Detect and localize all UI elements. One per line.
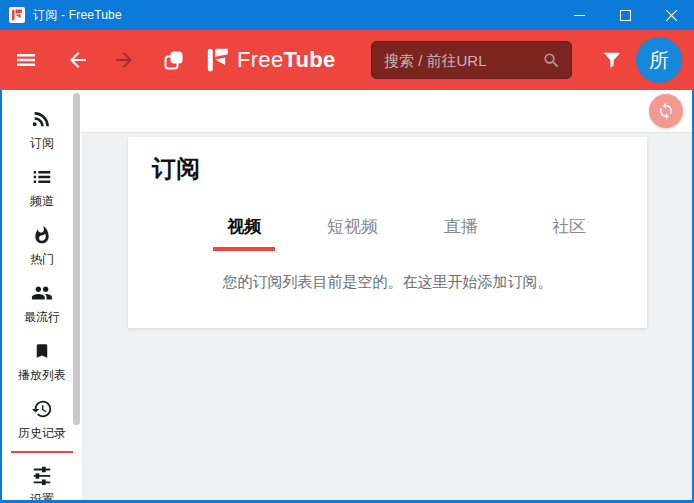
freetube-logo-icon	[204, 47, 230, 73]
page-title: 订阅	[152, 153, 623, 185]
sidebar: 订阅 频道 热门 最流行	[2, 90, 82, 500]
users-icon	[30, 282, 54, 304]
subscription-tabs: 视频 短视频 直播 社区	[152, 215, 623, 251]
freetube-logo-text: FreeTube	[237, 47, 336, 73]
sidebar-item-label: 频道	[30, 195, 54, 208]
close-icon	[666, 10, 677, 21]
filter-funnel-icon	[601, 49, 623, 71]
forward-button[interactable]	[104, 40, 144, 80]
freetube-window: 订阅 - FreeTube	[0, 0, 694, 503]
freetube-app-icon	[9, 7, 25, 23]
channels-list-icon	[31, 166, 53, 188]
tab-live[interactable]: 直播	[407, 215, 515, 251]
sidebar-item-label: 订阅	[30, 137, 54, 150]
search-box[interactable]	[371, 41, 572, 79]
sidebar-item-label: 设置	[30, 493, 54, 500]
tab-videos[interactable]: 视频	[190, 215, 298, 251]
rss-icon	[31, 108, 53, 130]
search-filter-button[interactable]	[596, 44, 628, 76]
titlebar: 订阅 - FreeTube	[0, 0, 694, 30]
search-icon[interactable]	[542, 51, 561, 70]
history-icon	[31, 398, 53, 420]
sidebar-item-settings[interactable]: 设置	[2, 456, 82, 500]
freetube-logo[interactable]: FreeTube	[204, 47, 336, 73]
window-body: 订阅 频道 热门 最流行	[0, 90, 694, 503]
fire-icon	[32, 224, 52, 246]
app-header: FreeTube 所	[0, 30, 694, 90]
sidebar-item-label: 播放列表	[18, 369, 66, 382]
back-arrow-icon	[66, 48, 90, 72]
main-topbar	[82, 90, 692, 133]
sidebar-item-channels[interactable]: 频道	[2, 158, 82, 216]
profile-avatar-label: 所	[649, 47, 669, 74]
refresh-subscriptions-button[interactable]	[649, 94, 683, 128]
tab-shorts[interactable]: 短视频	[298, 215, 406, 251]
new-window-button[interactable]	[154, 40, 194, 80]
minimize-icon	[574, 10, 585, 21]
tab-community[interactable]: 社区	[515, 215, 623, 251]
maximize-button[interactable]	[602, 0, 648, 30]
sidebar-item-subscriptions[interactable]: 订阅	[2, 100, 82, 158]
search-input[interactable]	[384, 52, 542, 69]
profile-avatar[interactable]: 所	[636, 37, 682, 83]
window-title: 订阅 - FreeTube	[33, 7, 122, 24]
hamburger-icon	[14, 48, 38, 72]
sidebar-item-label: 最流行	[24, 311, 60, 324]
sidebar-item-history[interactable]: 历史记录	[2, 390, 82, 448]
sidebar-item-label: 历史记录	[18, 427, 66, 440]
sidebar-divider	[11, 451, 73, 453]
main-area: 订阅 视频 短视频 直播 社区 您的订阅列表目前是空的。在这里开始添加订阅。	[82, 90, 692, 500]
maximize-icon	[620, 10, 631, 21]
sidebar-item-label: 热门	[30, 253, 54, 266]
subscriptions-card: 订阅 视频 短视频 直播 社区 您的订阅列表目前是空的。在这里开始添加订阅。	[128, 137, 647, 328]
refresh-icon	[657, 102, 675, 120]
minimize-button[interactable]	[556, 0, 602, 30]
sidebar-scrollbar-thumb[interactable]	[73, 93, 80, 425]
back-button[interactable]	[58, 40, 98, 80]
sidebar-item-most-popular[interactable]: 最流行	[2, 274, 82, 332]
hamburger-menu-button[interactable]	[6, 40, 46, 80]
bookmark-icon	[33, 340, 51, 362]
sliders-icon	[31, 464, 53, 486]
forward-arrow-icon	[112, 48, 136, 72]
sidebar-item-trending[interactable]: 热门	[2, 216, 82, 274]
empty-subscriptions-message: 您的订阅列表目前是空的。在这里开始添加订阅。	[152, 273, 623, 292]
sidebar-item-playlists[interactable]: 播放列表	[2, 332, 82, 390]
new-window-icon	[162, 48, 186, 72]
close-button[interactable]	[648, 0, 694, 30]
